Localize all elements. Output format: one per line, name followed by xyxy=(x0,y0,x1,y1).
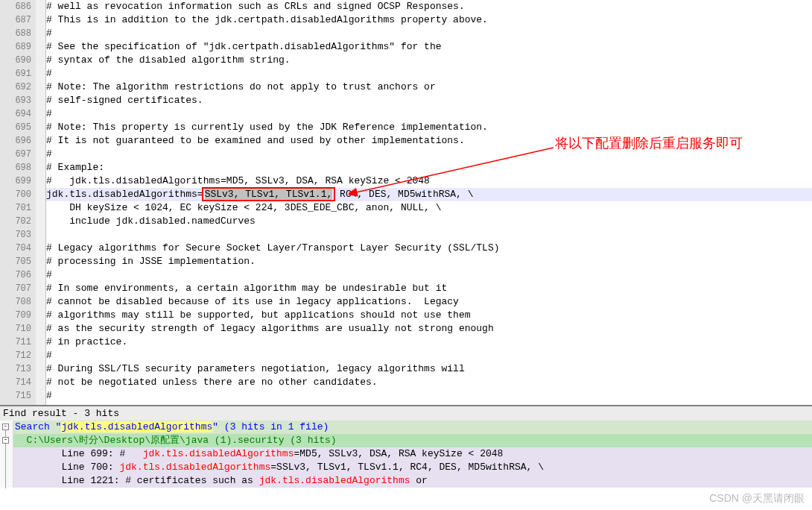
line-number[interactable]: 690 xyxy=(0,54,31,67)
fold-margin[interactable] xyxy=(36,0,46,405)
code-line[interactable]: # During SSL/TLS security parameters neg… xyxy=(46,362,812,376)
find-line-match[interactable]: Line 699: # jdk.tls.disabledAlgorithms=M… xyxy=(0,447,812,461)
code-line[interactable]: # algorithms may still be supported, but… xyxy=(46,309,812,322)
selection-highlight: SSLv3, TLSv1, TLSv1.1, xyxy=(202,187,336,201)
code-line[interactable]: # jdk.tls.disabledAlgorithms=MD5, SSLv3,… xyxy=(46,174,812,188)
line-number[interactable]: 714 xyxy=(0,376,31,389)
code-line[interactable]: # In some environments, a certain algori… xyxy=(46,282,812,295)
line-number[interactable]: 706 xyxy=(0,268,31,282)
line-number[interactable]: 709 xyxy=(0,309,31,322)
line-number[interactable]: 703 xyxy=(0,228,31,242)
code-line[interactable]: # Example: xyxy=(46,161,812,174)
line-number[interactable]: 712 xyxy=(0,349,31,362)
line-number[interactable]: 700 xyxy=(0,188,31,201)
code-line[interactable]: # This is in addition to the jdk.certpat… xyxy=(46,13,812,27)
line-number[interactable]: 686 xyxy=(0,0,31,13)
line-number[interactable]: 711 xyxy=(0,336,31,349)
line-number[interactable]: 707 xyxy=(0,282,31,295)
result-text: =SSLv3, TLSv1, TLSv1.1, RC4, DES, MD5wit… xyxy=(270,462,544,473)
code-line[interactable]: include jdk.disabled.namedCurves xyxy=(46,215,812,228)
matched-term: jdk.tls.disabledAlgorithms xyxy=(119,462,270,473)
line-number[interactable]: 702 xyxy=(0,215,31,228)
line-number[interactable]: 696 xyxy=(0,134,31,148)
tree-fold-margin[interactable]: - - xyxy=(0,421,13,488)
collapse-icon[interactable]: - xyxy=(2,424,9,430)
code-line[interactable]: DH keySize < 1024, EC keySize < 224, 3DE… xyxy=(46,201,812,215)
line-number[interactable]: 688 xyxy=(0,27,31,40)
line-number[interactable]: 695 xyxy=(0,121,31,134)
find-search-summary[interactable]: Search "jdk.tls.disabledAlgorithms" (3 h… xyxy=(0,421,812,434)
find-file-match[interactable]: C:\Users\时分\Desktop\原配置\java (1).securit… xyxy=(0,434,812,447)
code-line[interactable]: # well as revocation information such as… xyxy=(46,0,812,13)
line-number[interactable]: 694 xyxy=(0,107,31,121)
line-number[interactable]: 708 xyxy=(0,295,31,309)
code-line[interactable]: # xyxy=(46,67,812,81)
matched-term: jdk.tls.disabledAlgorithms xyxy=(143,448,294,459)
line-number[interactable]: 698 xyxy=(0,161,31,174)
tree-line xyxy=(5,444,6,488)
watermark: CSDN @天黑请闭眼 xyxy=(709,492,805,506)
code-line[interactable]: # Note: This property is currently used … xyxy=(46,121,812,134)
result-text: Line 700: xyxy=(15,462,119,473)
code-line[interactable]: # in practice. xyxy=(46,336,812,349)
code-line[interactable]: # xyxy=(46,107,812,121)
line-number[interactable]: 692 xyxy=(0,81,31,94)
result-text: or xyxy=(410,475,428,486)
result-text: =MD5, SSLv3, DSA, RSA keySize < 2048 xyxy=(294,448,503,459)
find-result-body: - - Search "jdk.tls.disabledAlgorithms" … xyxy=(0,421,812,488)
line-number[interactable]: 697 xyxy=(0,148,31,161)
code-line[interactable]: # xyxy=(46,268,812,282)
code-line[interactable]: # processing in JSSE implementation. xyxy=(46,255,812,268)
line-number[interactable]: 691 xyxy=(0,67,31,81)
code-line[interactable] xyxy=(46,228,812,242)
code-line-highlighted[interactable]: jdk.tls.disabledAlgorithms=SSLv3, TLSv1,… xyxy=(46,188,812,201)
line-number[interactable]: 705 xyxy=(0,255,31,268)
result-text: Line 699: # xyxy=(15,448,143,459)
result-text: Search " xyxy=(15,421,61,432)
code-line[interactable]: # Note: The algorithm restrictions do no… xyxy=(46,81,812,94)
collapse-icon[interactable]: - xyxy=(2,437,9,444)
annotation-text: 将以下配置删除后重启服务即可 xyxy=(555,134,743,152)
result-text: Line 1221: # certificates such as xyxy=(15,475,259,486)
editor-area: 686 687 688 689 690 691 692 693 694 695 … xyxy=(0,0,812,405)
line-number[interactable]: 710 xyxy=(0,322,31,336)
find-result-panel: Find result - 3 hits - - Search "jdk.tls… xyxy=(0,405,812,488)
line-number-gutter[interactable]: 686 687 688 689 690 691 692 693 694 695 … xyxy=(0,0,36,405)
line-number[interactable]: 689 xyxy=(0,40,31,54)
hit-count: (3 hits) xyxy=(290,435,336,446)
code-line[interactable]: # cannot be disabled because of its use … xyxy=(46,295,812,309)
line-number[interactable]: 693 xyxy=(0,94,31,107)
find-result-header[interactable]: Find result - 3 hits xyxy=(0,406,812,421)
code-line[interactable]: # xyxy=(46,389,812,403)
code-text: jdk.tls.disabledAlgorithms= xyxy=(46,189,203,200)
line-number[interactable]: 715 xyxy=(0,389,31,403)
line-number[interactable]: 713 xyxy=(0,362,31,376)
code-line[interactable]: # not be negotiated unless there are no … xyxy=(46,376,812,389)
code-line[interactable]: # as the security strength of legacy alg… xyxy=(46,322,812,336)
line-number[interactable]: 699 xyxy=(0,174,31,188)
result-text: " (3 hits in 1 file) xyxy=(212,421,329,432)
selected-text: SSLv3, TLSv1, TLSv1.1, xyxy=(205,189,333,200)
code-line[interactable]: # self-signed certificates. xyxy=(46,94,812,107)
code-line[interactable]: # xyxy=(46,349,812,362)
file-path: C:\Users\时分\Desktop\原配置\java (1).securit… xyxy=(15,435,290,446)
find-line-match[interactable]: Line 1221: # certificates such as jdk.tl… xyxy=(0,474,812,488)
matched-term: jdk.tls.disabledAlgorithms xyxy=(259,475,410,486)
code-text: RC4, DES, MD5withRSA, \ xyxy=(334,189,473,200)
line-number[interactable]: 701 xyxy=(0,201,31,215)
code-line[interactable]: # See the specification of "jdk.certpath… xyxy=(46,40,812,54)
line-number[interactable]: 687 xyxy=(0,13,31,27)
search-term: jdk.tls.disabledAlgorithms xyxy=(61,421,212,432)
code-line[interactable]: # syntax of the disabled algorithm strin… xyxy=(46,54,812,67)
code-line[interactable]: # xyxy=(46,27,812,40)
code-line[interactable]: # Legacy algorithms for Secure Socket La… xyxy=(46,242,812,255)
code-area[interactable]: # well as revocation information such as… xyxy=(46,0,812,405)
line-number[interactable]: 704 xyxy=(0,242,31,255)
find-line-match[interactable]: Line 700: jdk.tls.disabledAlgorithms=SSL… xyxy=(0,461,812,474)
